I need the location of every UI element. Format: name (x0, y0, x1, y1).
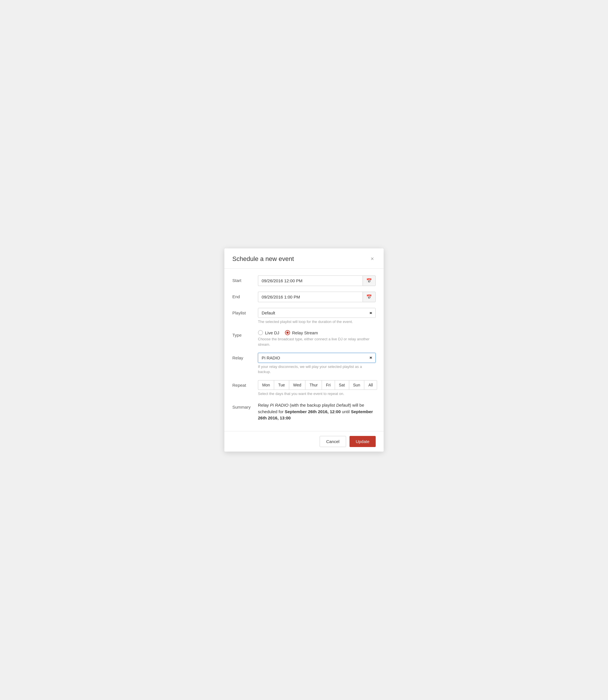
repeat-days-group: Mon Tue Wed Thur Fri Sat Sun All (258, 380, 377, 390)
summary-label: Summary (232, 402, 258, 409)
start-control: 📅 (258, 275, 376, 286)
day-sat[interactable]: Sat (335, 380, 349, 390)
end-row: End 📅 (232, 292, 376, 302)
playlist-row: Playlist Default Morning Mix Evening Vib… (232, 308, 376, 325)
start-input-group: 📅 (258, 275, 376, 286)
relay-stream-label: Relay Stream (292, 330, 318, 335)
start-row: Start 📅 (232, 275, 376, 286)
summary-playlist-name: Default (336, 403, 350, 407)
type-row: Type Live DJ Relay Stream Choose the bro… (232, 330, 376, 347)
modal-header: Schedule a new event × (224, 248, 384, 269)
day-tue[interactable]: Tue (274, 380, 289, 390)
repeat-hint: Select the days that you want the event … (258, 391, 377, 397)
calendar-icon: 📅 (366, 294, 372, 300)
modal-body: Start 📅 End 📅 (224, 269, 384, 431)
relay-stream-radio[interactable] (285, 330, 290, 335)
end-input[interactable] (258, 292, 363, 302)
playlist-control: Default Morning Mix Evening Vibes The se… (258, 308, 376, 325)
relay-stream-option[interactable]: Relay Stream (285, 330, 318, 335)
schedule-event-modal: Schedule a new event × Start 📅 End (224, 248, 384, 452)
end-label: End (232, 292, 258, 299)
end-control: 📅 (258, 292, 376, 302)
type-label: Type (232, 330, 258, 337)
modal-footer: Cancel Update (224, 431, 384, 452)
modal-title: Schedule a new event (232, 255, 294, 263)
relay-hint: If your relay disconnects, we will play … (258, 364, 376, 374)
day-sun[interactable]: Sun (349, 380, 364, 390)
day-mon[interactable]: Mon (258, 380, 274, 390)
type-hint: Choose the broadcast type, either connec… (258, 337, 376, 347)
close-button[interactable]: × (369, 255, 376, 262)
summary-start-date: September 26th 2016, 12:00 (285, 409, 341, 414)
relay-row: Relay Pi RADIO O Stream Relay Other Stre… (232, 353, 376, 374)
cancel-button[interactable]: Cancel (320, 436, 346, 447)
summary-text: Relay Pi RADIO (with the backup playlist… (258, 402, 376, 421)
day-thur[interactable]: Thur (305, 380, 322, 390)
start-input[interactable] (258, 275, 363, 286)
live-dj-label: Live DJ (265, 330, 279, 335)
type-radio-group: Live DJ Relay Stream (258, 330, 376, 335)
summary-relay-name: Pi RADIO (270, 403, 289, 407)
playlist-select[interactable]: Default Morning Mix Evening Vibes (258, 308, 376, 318)
start-label: Start (232, 275, 258, 283)
type-control: Live DJ Relay Stream Choose the broadcas… (258, 330, 376, 347)
summary-control: Relay Pi RADIO (with the backup playlist… (258, 402, 376, 421)
calendar-icon: 📅 (366, 278, 372, 283)
start-calendar-button[interactable]: 📅 (363, 275, 376, 286)
repeat-label: Repeat (232, 380, 258, 388)
end-calendar-button[interactable]: 📅 (363, 292, 376, 302)
relay-select[interactable]: Pi RADIO O Stream Relay Other Stream (258, 353, 376, 363)
relay-control: Pi RADIO O Stream Relay Other Stream If … (258, 353, 376, 374)
playlist-hint: The selected playlist will loop for the … (258, 319, 376, 325)
summary-row: Summary Relay Pi RADIO (with the backup … (232, 402, 376, 421)
repeat-control: Mon Tue Wed Thur Fri Sat Sun All Select … (258, 380, 377, 397)
end-input-group: 📅 (258, 292, 376, 302)
live-dj-option[interactable]: Live DJ (258, 330, 279, 335)
update-button[interactable]: Update (349, 436, 376, 447)
live-dj-radio[interactable] (258, 330, 263, 335)
day-wed[interactable]: Wed (289, 380, 305, 390)
day-fri[interactable]: Fri (322, 380, 335, 390)
repeat-row: Repeat Mon Tue Wed Thur Fri Sat Sun All … (232, 380, 376, 397)
relay-stream-radio-inner (286, 332, 289, 334)
day-all[interactable]: All (364, 380, 377, 390)
relay-label: Relay (232, 353, 258, 360)
playlist-label: Playlist (232, 308, 258, 315)
